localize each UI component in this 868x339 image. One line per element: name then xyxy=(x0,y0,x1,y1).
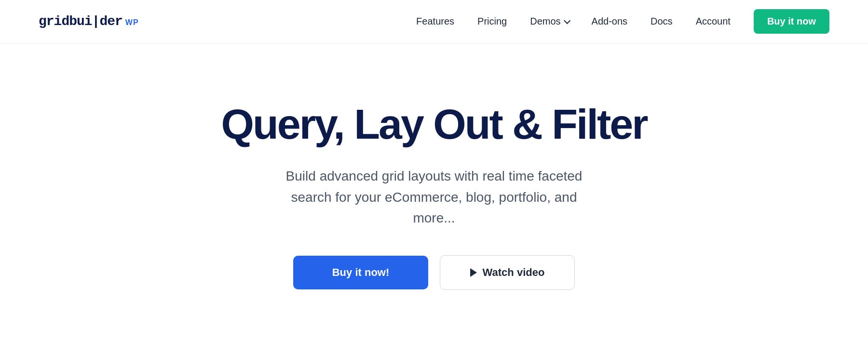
cta-buttons: Buy it now! Watch video xyxy=(293,255,575,290)
logo[interactable]: gridbui|der WP xyxy=(39,14,139,29)
hero-watch-button[interactable]: Watch video xyxy=(440,255,575,290)
watch-video-label: Watch video xyxy=(483,266,545,279)
hero-section: Query, Lay Out & Filter Build advanced g… xyxy=(0,43,868,339)
nav-pricing[interactable]: Pricing xyxy=(477,16,507,27)
nav-buy-button[interactable]: Buy it now xyxy=(754,9,829,34)
hero-title: Query, Lay Out & Filter xyxy=(221,102,647,146)
logo-wp: WP xyxy=(125,18,139,27)
logo-text: gridbui|der xyxy=(39,14,122,29)
main-nav: Features Pricing Demos Add-ons Docs Acco… xyxy=(416,9,829,34)
hero-subtitle: Build advanced grid layouts with real ti… xyxy=(270,166,598,228)
nav-features[interactable]: Features xyxy=(416,16,454,27)
play-icon xyxy=(470,268,477,277)
nav-demos[interactable]: Demos xyxy=(530,16,568,27)
nav-docs[interactable]: Docs xyxy=(651,16,673,27)
hero-buy-button[interactable]: Buy it now! xyxy=(293,256,428,289)
nav-account[interactable]: Account xyxy=(696,16,731,27)
header: gridbui|der WP Features Pricing Demos Ad… xyxy=(0,0,868,43)
nav-addons[interactable]: Add-ons xyxy=(592,16,628,27)
chevron-down-icon xyxy=(564,17,570,24)
